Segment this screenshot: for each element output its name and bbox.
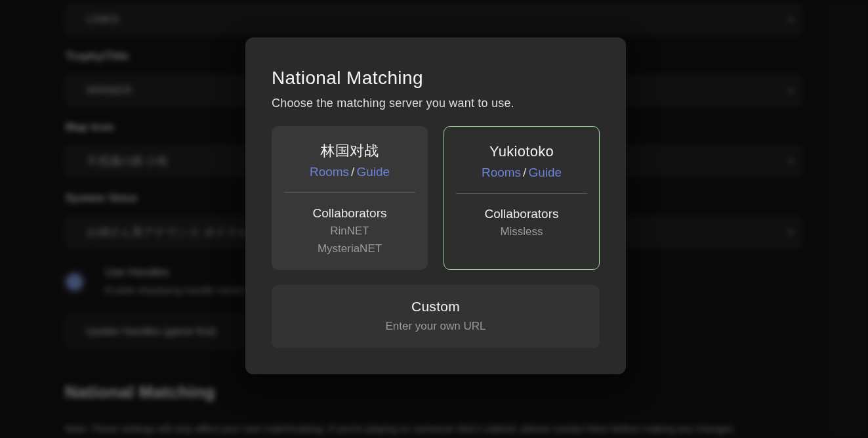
custom-server-card[interactable]: Custom Enter your own URL <box>272 285 600 348</box>
national-matching-dialog: National Matching Choose the matching se… <box>245 37 626 374</box>
link-separator: / <box>351 165 354 179</box>
server-options-row: 林国对战 Rooms/Guide Collaborators RinNET My… <box>272 126 600 270</box>
link-separator: / <box>523 165 526 179</box>
server-links: Rooms/Guide <box>444 165 599 181</box>
server-card-linguo[interactable]: 林国对战 Rooms/Guide Collaborators RinNET My… <box>272 126 428 270</box>
rooms-link[interactable]: Rooms <box>310 165 349 179</box>
guide-link[interactable]: Guide <box>528 165 562 179</box>
dialog-subtitle: Choose the matching server you want to u… <box>272 96 600 110</box>
rooms-link[interactable]: Rooms <box>482 165 521 179</box>
collaborator-name: RinNET <box>272 223 428 239</box>
server-card-yukiotoko-selected[interactable]: Yukiotoko Rooms/Guide Collaborators Miss… <box>444 126 600 270</box>
collaborator-name: Missless <box>444 224 599 240</box>
server-links: Rooms/Guide <box>272 164 428 180</box>
custom-card-subtitle: Enter your own URL <box>272 319 600 334</box>
guide-link[interactable]: Guide <box>356 165 390 179</box>
dialog-title: National Matching <box>272 67 600 89</box>
collaborators-label: Collaborators <box>444 206 599 222</box>
custom-card-title: Custom <box>272 298 600 315</box>
server-name: 林国对战 <box>272 142 428 160</box>
collaborators-label: Collaborators <box>272 206 428 221</box>
collaborator-name: MysteriaNET <box>272 241 428 257</box>
card-divider <box>456 193 587 194</box>
server-name: Yukiotoko <box>444 143 599 160</box>
card-divider <box>284 192 415 193</box>
